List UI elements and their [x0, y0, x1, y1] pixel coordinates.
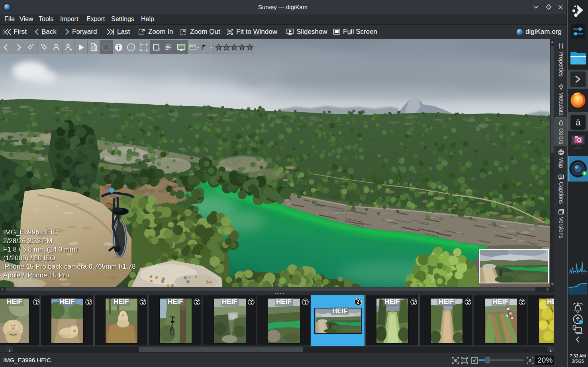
- svg-text:à: à: [575, 117, 580, 127]
